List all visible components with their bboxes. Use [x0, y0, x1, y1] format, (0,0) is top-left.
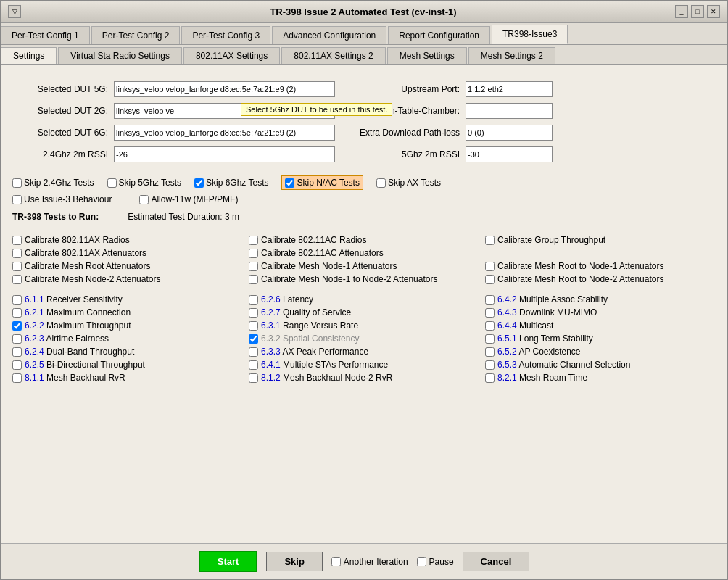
skip-24-label: Skip 2.4Ghz Tests — [24, 178, 94, 188]
collapse-btn[interactable]: _ — [675, 5, 688, 18]
tab-per-test-3[interactable]: Per-Test Config 3 — [181, 26, 270, 44]
tests-section: TR-398 Tests to Run: Estimated Test Dura… — [12, 212, 716, 383]
checkbox-row-2: Use Issue-3 Behaviour Allow-11w (MFP/PMF… — [12, 194, 716, 204]
rssi-5g-label: 5Ghz 2m RSSI — [349, 149, 466, 160]
close-btn[interactable]: ✕ — [707, 5, 720, 18]
skip-button[interactable]: Skip — [266, 552, 322, 571]
tab-report[interactable]: Report Configuration — [388, 26, 490, 44]
test-calibrate-mesh-node1-node2-att-checkbox[interactable] — [249, 275, 258, 284]
tab-per-test-1[interactable]: Per-Test Config 1 — [1, 26, 90, 44]
pause-checkbox[interactable] — [417, 557, 426, 566]
test-653: 6.5.3 Automatic Channel Selection — [485, 360, 716, 370]
test-627-checkbox[interactable] — [249, 308, 258, 318]
test-651-checkbox[interactable] — [485, 334, 495, 344]
test-631: 6.3.1 Range Versus Rate — [249, 320, 479, 331]
test-642-checkbox[interactable] — [485, 295, 495, 304]
sub-tab-80211ax[interactable]: 802.11AX Settings — [183, 47, 280, 64]
turn-table-select[interactable] — [466, 103, 553, 119]
skip-ax-label: Skip AX Tests — [388, 178, 441, 188]
use-issue3-checkbox[interactable] — [12, 195, 22, 204]
test-624-checkbox[interactable] — [12, 347, 22, 357]
upstream-port-select[interactable]: 1.1.2 eth2 — [466, 81, 553, 97]
tab-tr398[interactable]: TR398-Issue3 — [492, 25, 568, 44]
tab-advanced[interactable]: Advanced Configuration — [272, 26, 386, 44]
sub-tab-virtual-sta[interactable]: Virtual Sta Radio Settings — [58, 47, 182, 64]
sub-tab-settings[interactable]: Settings — [1, 47, 57, 64]
window-title: TR-398 Issue 2 Automated Test (cv-inst-1… — [51, 7, 675, 17]
rssi-5g-select[interactable]: -30 — [466, 146, 553, 162]
test-633-checkbox[interactable] — [249, 347, 258, 357]
test-calibrate-ax-radios: Calibrate 802.11AX Radios — [12, 235, 243, 245]
upstream-port-label: Upstream Port: — [349, 84, 466, 94]
title-bar: ▽ TR-398 Issue 2 Automated Test (cv-inst… — [1, 1, 727, 23]
extra-dl-select[interactable]: 0 (0) — [466, 125, 553, 141]
cancel-button[interactable]: Cancel — [463, 552, 530, 571]
pause-wrapper: Pause — [417, 557, 454, 567]
test-623-checkbox[interactable] — [12, 334, 22, 344]
sub-tab-mesh[interactable]: Mesh Settings — [387, 47, 467, 64]
test-626-checkbox[interactable] — [249, 295, 258, 304]
skip-24-checkbox[interactable] — [12, 178, 22, 188]
test-calibrate-group-throughput-checkbox[interactable] — [485, 236, 495, 245]
test-644-checkbox[interactable] — [485, 321, 495, 331]
test-651: 6.5.1 Long Term Stability — [485, 334, 716, 344]
window-controls: _ □ ✕ — [675, 5, 720, 18]
another-iteration-checkbox[interactable] — [331, 557, 341, 566]
test-calibrate-mesh-node1-att-checkbox[interactable] — [249, 262, 258, 271]
test-811-checkbox[interactable] — [12, 373, 22, 383]
sub-tab-80211ax2[interactable]: 802.11AX Settings 2 — [281, 47, 385, 64]
test-calibrate-mesh-node2-att: Calibrate Mesh Node-2 Attenuators — [12, 274, 243, 284]
tests-grid: Calibrate 802.11AX Radios Calibrate 802.… — [12, 235, 716, 383]
test-calibrate-ax-radios-checkbox[interactable] — [12, 236, 22, 245]
test-621-checkbox[interactable] — [12, 308, 22, 318]
dut-5g-select-wrapper: linksys_velop velop_lanforge d8:ec:5e:7a… — [114, 81, 335, 97]
test-625-checkbox[interactable] — [12, 360, 22, 370]
test-calibrate-mesh-root-att: Calibrate Mesh Root Attenuators — [12, 261, 243, 271]
test-821-checkbox[interactable] — [485, 373, 495, 383]
extra-dl-label: Extra Download Path-loss — [349, 128, 466, 138]
window-menu-btn[interactable]: ▽ — [8, 5, 21, 18]
test-calibrate-ac-radios-checkbox[interactable] — [249, 236, 258, 245]
test-812-checkbox[interactable] — [249, 373, 258, 383]
test-631-checkbox[interactable] — [249, 321, 258, 331]
skip-5-checkbox[interactable] — [107, 178, 117, 188]
test-calibrate-ax-attenuators: Calibrate 802.11AX Attenuators — [12, 248, 243, 258]
test-652-checkbox[interactable] — [485, 347, 495, 357]
test-calibrate-ac-attenuators-checkbox[interactable] — [249, 249, 258, 258]
dut-5g-select[interactable]: linksys_velop velop_lanforge d8:ec:5e:7a… — [114, 81, 335, 97]
use-issue3-item: Use Issue-3 Behaviour — [12, 194, 112, 204]
checkboxes-section: Skip 2.4Ghz Tests Skip 5Ghz Tests Skip 6… — [12, 175, 716, 204]
tab-per-test-2[interactable]: Per-Test Config 2 — [91, 26, 181, 44]
test-623: 6.2.3 Airtime Fairness — [12, 334, 243, 344]
test-calibrate-ax-attenuators-checkbox[interactable] — [12, 249, 22, 258]
test-calibrate-ac-attenuators: Calibrate 802.11AC Attenuators — [249, 248, 479, 258]
allow-11w-item: Allow-11w (MFP/PMF) — [139, 194, 238, 204]
skip-ax-checkbox[interactable] — [376, 178, 386, 188]
test-calibrate-mesh-root-node2-att-checkbox[interactable] — [485, 275, 495, 284]
dut-2g-row: Selected DUT 2G: linksys_velop ve Select… — [12, 103, 716, 119]
skip-6-checkbox[interactable] — [194, 178, 204, 188]
rssi-24-select[interactable]: -26 — [114, 146, 335, 162]
test-611-checkbox[interactable] — [12, 295, 22, 304]
test-641-checkbox[interactable] — [249, 360, 258, 370]
test-622-checkbox[interactable] — [12, 321, 22, 331]
test-calibrate-mesh-root-att-checkbox[interactable] — [12, 262, 22, 271]
minimize-btn[interactable]: □ — [691, 5, 704, 18]
sub-tab-mesh2[interactable]: Mesh Settings 2 — [468, 47, 555, 64]
test-821: 8.2.1 Mesh Roam Time — [485, 373, 716, 383]
skip-nac-checkbox[interactable] — [285, 178, 294, 188]
test-643-checkbox[interactable] — [485, 308, 495, 318]
test-632-checkbox[interactable] — [249, 334, 258, 344]
test-653-checkbox[interactable] — [485, 360, 495, 370]
checkbox-row-1: Skip 2.4Ghz Tests Skip 5Ghz Tests Skip 6… — [12, 175, 716, 190]
test-calibrate-mesh-node2-att-checkbox[interactable] — [12, 275, 22, 284]
test-calibrate-mesh-root-node1-att-checkbox[interactable] — [485, 262, 495, 271]
allow-11w-checkbox[interactable] — [139, 195, 149, 204]
rssi-24-label: 2.4Ghz 2m RSSI — [12, 149, 114, 160]
another-iteration-wrapper: Another Iteration — [331, 557, 408, 567]
dut-6g-row: Selected DUT 6G: linksys_velop velop_lan… — [12, 125, 716, 141]
dut-6g-select[interactable]: linksys_velop velop_lanforge d8:ec:5e:7a… — [114, 125, 335, 141]
skip-6-item: Skip 6Ghz Tests — [194, 178, 268, 188]
start-button[interactable]: Start — [199, 551, 258, 572]
skip-5-label: Skip 5Ghz Tests — [119, 178, 181, 188]
